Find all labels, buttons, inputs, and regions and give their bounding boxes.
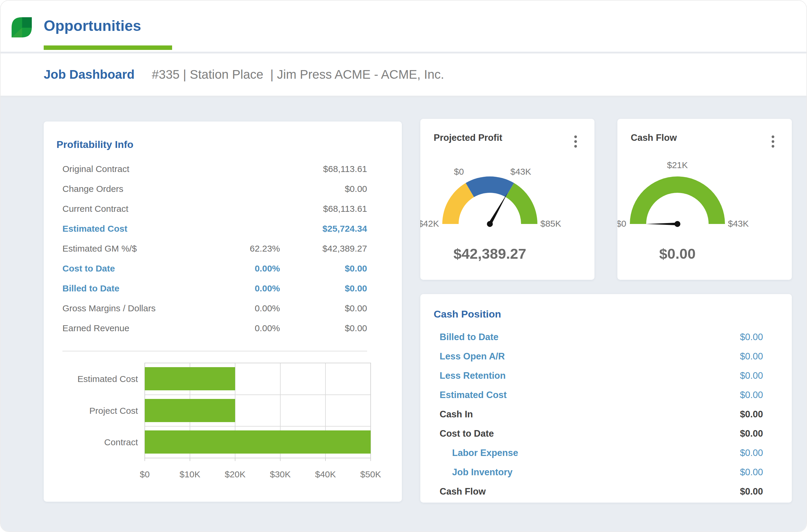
row-value: $0.00 [740, 370, 763, 381]
job-reference-text: #335 | Station Place | Jim Press ACME - … [152, 68, 444, 82]
profitability-table: Original Contract $68,113.61 Change Orde… [44, 159, 402, 338]
job-inventory-link[interactable]: Job Inventory [440, 467, 512, 478]
cash-position-table: Billed to Date $0.00 Less Open A/R $0.00… [420, 327, 792, 501]
cash-position-title: Cash Position [434, 308, 501, 320]
svg-text:Project Cost: Project Cost [90, 406, 138, 416]
list-item: Labor Expense $0.00 [420, 443, 792, 462]
list-item: Cash Flow $0.00 [420, 482, 792, 501]
svg-text:Contract: Contract [104, 437, 138, 447]
labor-expense-link[interactable]: Labor Expense [440, 448, 518, 458]
tab-job-dashboard[interactable]: Job Dashboard [44, 68, 135, 82]
svg-text:$50K: $50K [360, 469, 381, 479]
top-header: Opportunities [1, 1, 806, 52]
row-label: Cost to Date [440, 428, 494, 439]
projected-profit-card: Projected Profit $42K $0 $43K $85K $42,3… [420, 119, 594, 280]
app-title: Opportunities [44, 17, 141, 35]
category-labels: Estimated Cost Project Cost Contract [78, 374, 138, 447]
row-label: Change Orders [62, 184, 206, 194]
table-row: Gross Margins / Dollars 0.00% $0.00 [44, 298, 402, 318]
row-label: Original Contract [62, 164, 206, 174]
kebab-icon [574, 140, 577, 143]
row-value: $0.00 [740, 486, 763, 497]
projected-profit-gauge: $42K $0 $43K $85K [420, 150, 594, 230]
more-options-button[interactable] [569, 132, 582, 151]
cash-flow-title: Cash Flow [631, 132, 677, 143]
profitability-title: Profitability Info [56, 139, 133, 150]
dashboard-content: Profitability Info Original Contract $68… [1, 97, 806, 532]
row-label: Gross Margins / Dollars [62, 303, 206, 314]
row-percent: 0.00% [206, 303, 280, 314]
row-value: $0.00 [280, 264, 367, 273]
row-value: $0.00 [740, 351, 763, 362]
kebab-icon [574, 145, 577, 148]
row-value: $0.00 [740, 332, 763, 342]
section-divider [62, 351, 367, 352]
gauge-label: $0 [617, 218, 626, 228]
row-value: $0.00 [740, 390, 763, 400]
leaf-logo-icon [12, 17, 32, 38]
gauge-label: $42K [420, 218, 439, 228]
x-axis-tick-labels: $0 $10K $20K $30K $40K $50K [140, 469, 381, 479]
cost-to-date-link[interactable]: Cost to Date [62, 264, 206, 273]
job-dashboard-app: Opportunities Job Dashboard #335 | Stati… [0, 0, 807, 532]
row-value: $25,724.34 [280, 224, 367, 234]
row-percent: 0.00% [206, 283, 280, 293]
row-label: Cash In [440, 409, 473, 420]
gauge-segment [630, 176, 725, 224]
table-row: Estimated GM %/$ 62.23% $42,389.27 [44, 239, 402, 259]
row-label: Cash Flow [440, 486, 486, 497]
gauge-label: $21K [667, 160, 688, 170]
svg-text:Estimated Cost: Estimated Cost [78, 374, 138, 384]
svg-text:$30K: $30K [270, 469, 291, 479]
gauge-label: $85K [540, 218, 561, 228]
gauge-label: $43K [510, 167, 531, 176]
billed-to-date-link[interactable]: Billed to Date [440, 332, 498, 342]
less-open-ar-link[interactable]: Less Open A/R [440, 351, 505, 362]
table-row: Change Orders $0.00 [44, 179, 402, 199]
gauge-label: $43K [728, 218, 749, 228]
kebab-icon [574, 135, 577, 138]
table-row: Original Contract $68,113.61 [44, 159, 402, 179]
gauge-segment-high [506, 183, 537, 224]
estimated-cost-link[interactable]: Estimated Cost [440, 390, 507, 400]
less-retention-link[interactable]: Less Retention [440, 370, 506, 381]
row-label: Current Contract [62, 204, 206, 214]
gauge-segment-negative [442, 183, 474, 224]
gauge-segment-mid [466, 176, 514, 197]
row-value: $42,389.27 [280, 244, 367, 254]
row-value: $68,113.61 [280, 204, 367, 214]
list-item: Cash In $0.00 [420, 404, 792, 424]
row-value: $0.00 [740, 428, 763, 439]
table-row: Estimated Cost $25,724.34 [44, 218, 402, 239]
cash-flow-gauge: $0 $21K $43K [617, 150, 792, 230]
row-value: $0.00 [740, 409, 763, 420]
svg-text:$10K: $10K [180, 469, 200, 479]
list-item: Billed to Date $0.00 [420, 327, 792, 347]
row-label: Earned Revenue [62, 323, 206, 333]
estimated-cost-link[interactable]: Estimated Cost [62, 224, 206, 234]
kebab-icon [772, 145, 774, 148]
row-value: $0.00 [280, 303, 367, 314]
projected-profit-value: $42,389.27 [420, 245, 560, 262]
row-value: $68,113.61 [280, 164, 367, 174]
table-row: Billed to Date 0.00% $0.00 [44, 278, 402, 298]
billed-to-date-link[interactable]: Billed to Date [62, 283, 206, 293]
axis-ticks [145, 458, 371, 461]
svg-text:$40K: $40K [315, 469, 336, 479]
row-value: $0.00 [280, 283, 367, 293]
row-label: Estimated GM %/$ [62, 244, 206, 254]
kebab-icon [772, 135, 774, 138]
table-row: Cost to Date 0.00% $0.00 [44, 259, 402, 278]
row-value: $0.00 [740, 448, 763, 458]
cash-flow-value: $0.00 [617, 245, 737, 262]
list-item: Less Retention $0.00 [420, 366, 792, 385]
bar-project-cost [145, 399, 235, 422]
bar-contract [145, 431, 371, 454]
list-item: Cost to Date $0.00 [420, 424, 792, 443]
cash-flow-card: Cash Flow $0 $21K $43K $0.00 [617, 119, 792, 280]
row-value: $0.00 [280, 184, 367, 194]
list-item: Less Open A/R $0.00 [420, 347, 792, 366]
cash-position-card: Cash Position Billed to Date $0.00 Less … [420, 294, 792, 502]
svg-text:$0: $0 [140, 469, 149, 479]
more-options-button[interactable] [766, 132, 780, 151]
